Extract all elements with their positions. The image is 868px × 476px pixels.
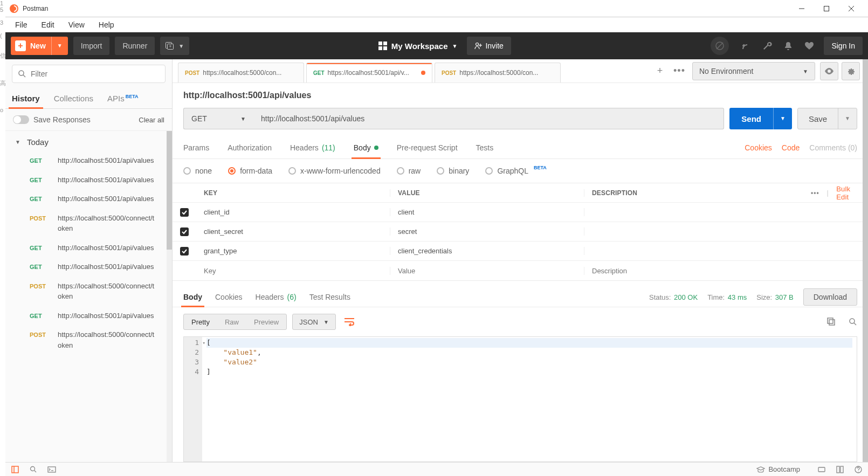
new-dropdown[interactable]: ▼ [51,37,68,55]
menu-help[interactable]: Help [93,18,120,31]
sidebar-tab-history[interactable]: History [12,88,40,108]
format-selector[interactable]: JSON ▼ [292,314,336,330]
form-row[interactable]: client_id client [173,203,868,222]
clear-all-link[interactable]: Clear all [139,116,164,124]
history-item[interactable]: GEThttp://localhost:5001/api/values [5,306,172,326]
subtab-authorization[interactable]: Authorization [228,137,272,158]
resptab-cookies[interactable]: Cookies [215,287,243,307]
history-item[interactable]: GEThttp://localhost:5001/api/values [5,238,172,258]
method-selector[interactable]: GET ▼ [183,108,253,129]
save-dropdown[interactable]: ▼ [838,108,857,129]
console-icon[interactable] [47,465,56,474]
row-checkbox[interactable] [180,227,189,236]
response-body[interactable]: 1234 [ "value1", "value2"] [183,336,857,462]
maximize-button[interactable] [814,0,839,17]
subtab-params[interactable]: Params [183,137,209,158]
workspace-selector[interactable]: My Workspace ▼ [378,42,458,51]
view-raw[interactable]: Raw [217,314,246,329]
save-responses-toggle[interactable] [13,115,29,124]
help-icon[interactable] [854,465,863,474]
two-pane-icon[interactable] [836,465,844,474]
row-key[interactable]: client_secret [196,227,390,236]
history-item[interactable]: GEThttp://localhost:5001/api/values [5,257,172,277]
bodytype-binary[interactable]: binary [437,167,469,175]
wrench-icon[interactable] [762,41,772,51]
open-new-button[interactable]: + ▼ [160,37,189,55]
bell-icon[interactable] [784,41,793,51]
view-pretty[interactable]: Pretty [184,314,217,329]
bodytype-raw[interactable]: raw [397,167,421,175]
download-button[interactable]: Download [803,288,857,306]
view-preview[interactable]: Preview [246,314,286,329]
request-tab[interactable]: POSThttps://localhost:5000/con... [435,63,561,82]
form-empty-row[interactable] [173,261,868,280]
row-key[interactable]: grant_type [196,247,390,255]
history-group-today[interactable]: ▼ Today [5,131,172,151]
more-menu-icon[interactable]: ••• [811,189,819,197]
sidebar-toggle-icon[interactable] [11,465,19,474]
content-scrollbar-thumb[interactable] [863,59,868,462]
sync-off-icon[interactable] [711,37,729,55]
copy-icon[interactable] [827,318,836,326]
row-value[interactable]: client_credentials [390,247,584,255]
invite-button[interactable]: Invite [467,37,511,55]
history-item[interactable]: POSThttps://localhost:5000/connect/token [5,209,172,238]
shortcuts-icon[interactable] [817,465,826,474]
subtab-body[interactable]: Body [354,137,378,158]
environment-selector[interactable]: No Environment ▼ [692,62,815,80]
history-item[interactable]: POSThttps://localhost:5000/connect/token [5,277,172,306]
wrap-line-button[interactable] [341,314,357,330]
save-button[interactable]: Save ▼ [797,108,857,129]
form-row[interactable]: grant_type client_credentials [173,242,868,261]
subtab-headers[interactable]: Headers (11) [290,137,335,158]
row-checkbox[interactable] [180,208,189,217]
desc-input-empty[interactable] [592,267,860,275]
row-key[interactable]: client_id [196,208,390,216]
satellite-icon[interactable] [741,41,750,51]
bodytype-none[interactable]: none [183,167,212,175]
sidebar-tab-collections[interactable]: Collections [54,88,93,108]
minimize-button[interactable] [789,0,814,17]
resptab-body[interactable]: Body [183,287,202,307]
signin-button[interactable]: Sign In [824,37,863,55]
url-input[interactable] [253,108,724,129]
bodytype-graphql[interactable]: GraphQLBETA [485,167,546,175]
value-input-empty[interactable] [398,267,576,275]
menu-file[interactable]: File [10,18,33,31]
comments-link[interactable]: Comments (0) [809,143,857,152]
resptab-tests[interactable]: Test Results [309,287,350,307]
bootcamp-link[interactable]: Bootcamp [756,465,800,473]
sidebar-scrollbar-track[interactable] [167,131,172,462]
row-checkbox[interactable] [180,247,189,256]
menu-view[interactable]: View [63,18,90,31]
send-button[interactable]: Send ▼ [729,108,792,129]
menu-edit[interactable]: Edit [36,18,60,31]
history-item[interactable]: GEThttp://localhost:5001/api/values [5,151,172,170]
cookies-link[interactable]: Cookies [745,143,772,152]
request-tab[interactable]: POSThttps://localhost:5000/con... [178,63,304,82]
bodytype-formdata[interactable]: form-data [228,167,272,175]
find-icon[interactable] [29,465,38,474]
search-response-icon[interactable] [849,318,857,326]
bulk-edit-link[interactable]: Bulk Edit [836,185,860,201]
bodytype-xwww[interactable]: x-www-form-urlencoded [288,167,381,175]
subtab-tests[interactable]: Tests [476,137,494,158]
heart-icon[interactable] [804,42,814,50]
history-item[interactable]: GEThttp://localhost:5001/api/values [5,189,172,209]
resptab-headers[interactable]: Headers (6) [256,287,297,307]
sidebar-scrollbar-thumb[interactable] [167,131,172,250]
environment-settings-button[interactable] [842,62,860,80]
environment-quicklook-button[interactable] [820,62,838,80]
form-row[interactable]: client_secret secret [173,222,868,242]
tab-menu-button[interactable]: ••• [670,59,689,82]
subtab-prerequest[interactable]: Pre-request Script [397,137,458,158]
history-item[interactable]: POSThttps://localhost:5000/connect/token [5,325,172,355]
close-button[interactable] [839,0,864,17]
filter-box[interactable] [12,65,166,83]
add-tab-button[interactable]: + [650,59,670,82]
import-button[interactable]: Import [73,37,110,55]
key-input-empty[interactable] [204,267,382,275]
sidebar-tab-apis[interactable]: APIsBETA [107,88,139,108]
new-button[interactable]: + New ▼ [11,37,68,55]
row-value[interactable]: client [390,208,584,216]
